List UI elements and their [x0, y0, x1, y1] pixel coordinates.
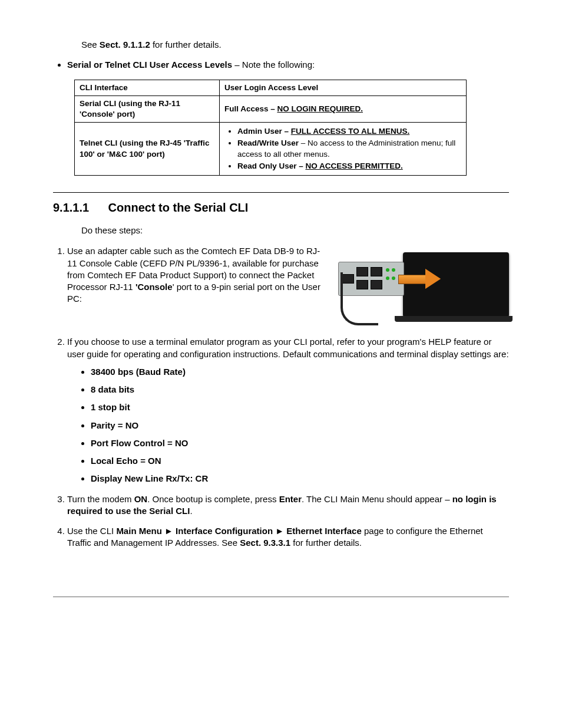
footer-divider [53, 597, 509, 597]
text: Telnet CLI (using the RJ-45 'Traffic 100… [80, 139, 210, 158]
setting-item: 8 data bits [91, 384, 509, 396]
underlined-text: FULL ACCESS TO ALL MENUS. [291, 127, 410, 136]
bold-text: ON [134, 494, 148, 504]
text: See [81, 39, 100, 50]
text: Read/Write User [237, 139, 299, 147]
underlined-text: NO ACCESS PERMITTED. [305, 162, 402, 170]
step-1: Use an adapter cable such as the Comtech… [67, 245, 509, 328]
cli-access-table: CLI Interface User Login Access Level Se… [74, 80, 467, 176]
section-ref: Sect. 9.1.1.2 [100, 39, 150, 50]
text: for further details. [150, 39, 222, 50]
table-row2-interface: Telnet CLI (using the RJ-45 'Traffic 100… [75, 123, 220, 176]
intro-block: See Sect. 9.1.1.2 for further details. [81, 39, 509, 51]
setting-item: Parity = NO [91, 420, 509, 431]
bold-text: Enter [279, 494, 302, 504]
page-content: See Sect. 9.1.1.2 for further details. S… [53, 39, 509, 597]
setting-item: Display New Line Rx/Tx: CR [91, 473, 509, 485]
section-title: Connect to the Serial CLI [108, 201, 249, 214]
intro-bullet: Serial or Telnet CLI User Access Levels … [67, 59, 509, 71]
table-header-interface: CLI Interface [75, 80, 220, 95]
text: for further details. [290, 538, 362, 548]
setting-item: Port Flow Control = NO [91, 437, 509, 449]
text: . The CLI Main Menu should appear – [302, 494, 452, 504]
section-divider [53, 192, 509, 193]
step-2-text: If you choose to use a terminal emulator… [67, 337, 509, 358]
underlined-text: NO LOGIN REQUIRED. [277, 104, 363, 113]
cable-icon [340, 294, 378, 325]
cable-icon [340, 272, 343, 296]
terminal-settings-list: 38400 bps (Baud Rate) 8 data bits 1 stop… [67, 366, 509, 485]
table-header-access: User Login Access Level [219, 80, 466, 95]
bold-text: Main Menu ► Interface Configuration ► Et… [116, 526, 361, 536]
bullet-rest-text: – Note the following: [232, 60, 315, 70]
section-heading: 9.1.1.1 Connect to the Serial CLI [53, 200, 509, 216]
text: Admin User – [237, 127, 291, 136]
steps-list: Use an adapter cable such as the Comtech… [53, 245, 509, 549]
connection-figure [332, 245, 509, 328]
text: Use the CLI [67, 526, 116, 536]
setting-item: 38400 bps (Baud Rate) [91, 366, 509, 378]
bullet-bold-text: Serial or Telnet CLI User Access Levels [67, 60, 232, 70]
table-row1-access: Full Access – NO LOGIN REQUIRED. [219, 95, 466, 122]
router-icon [338, 262, 404, 296]
do-steps-label: Do these steps: [81, 225, 509, 236]
access-item-readwrite: Read/Write User – No access to the Admin… [237, 138, 461, 159]
access-item-readonly: Read Only User – NO ACCESS PERMITTED. [237, 161, 461, 172]
intro-bullet-list: Serial or Telnet CLI User Access Levels … [53, 59, 509, 71]
step-3: Turn the modem ON. Once bootup is comple… [67, 493, 509, 518]
text: . [190, 506, 192, 516]
bold-text: Sect. 9.3.3.1 [240, 538, 290, 548]
setting-item: 1 stop bit [91, 401, 509, 413]
table-row1-interface: Serial CLI (using the RJ-11 'Console' po… [75, 95, 220, 122]
laptop-base-icon [395, 316, 513, 322]
arrow-icon [398, 271, 439, 286]
section-number: 9.1.1.1 [53, 200, 105, 216]
bold-text: 'Console [135, 282, 173, 292]
access-item-admin: Admin User – FULL ACCESS TO ALL MENUS. [237, 126, 461, 137]
text: Turn the modem [67, 494, 134, 504]
step-2: If you choose to use a terminal emulator… [67, 336, 509, 485]
table-row2-access: Admin User – FULL ACCESS TO ALL MENUS. R… [219, 123, 466, 176]
step-1-text: Use an adapter cable such as the Comtech… [67, 245, 323, 305]
text: Full Access – [224, 104, 277, 113]
text: . Once bootup is complete, press [147, 494, 279, 504]
text: Read Only User – [237, 162, 306, 170]
see-reference-line: See Sect. 9.1.1.2 for further details. [81, 39, 509, 51]
step-4: Use the CLI Main Menu ► Interface Config… [67, 525, 509, 549]
text: Serial CLI (using the RJ-11 'Console' po… [80, 99, 180, 118]
setting-item: Local Echo = ON [91, 455, 509, 467]
